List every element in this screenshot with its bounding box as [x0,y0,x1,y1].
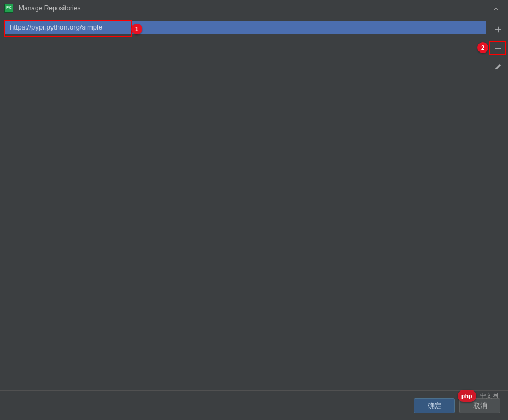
titlebar: Manage Repositories [0,0,508,16]
watermark-text: 中文网 [480,392,498,400]
add-button[interactable] [492,23,505,36]
side-toolbar [488,16,508,390]
app-icon [4,4,13,13]
svg-rect-4 [495,48,501,49]
plus-icon [494,26,502,33]
pencil-icon [494,63,502,71]
window-title: Manage Repositories [19,4,488,12]
content-area: https://pypi.python.org/simple [0,16,508,390]
annotation-badge-2: 2 [477,42,488,53]
svg-rect-3 [495,29,501,30]
button-bar: 确定 取消 [0,390,508,420]
ok-button[interactable]: 确定 [414,398,455,413]
repository-item[interactable]: https://pypi.python.org/simple [4,21,486,34]
edit-button[interactable] [492,60,505,73]
close-button[interactable] [488,1,504,16]
remove-button[interactable] [492,42,505,55]
watermark-badge: php [458,390,476,402]
annotation-badge-1: 1 [131,24,142,34]
minus-icon [494,44,502,52]
close-icon [493,5,499,11]
repository-list[interactable]: https://pypi.python.org/simple [0,16,488,390]
